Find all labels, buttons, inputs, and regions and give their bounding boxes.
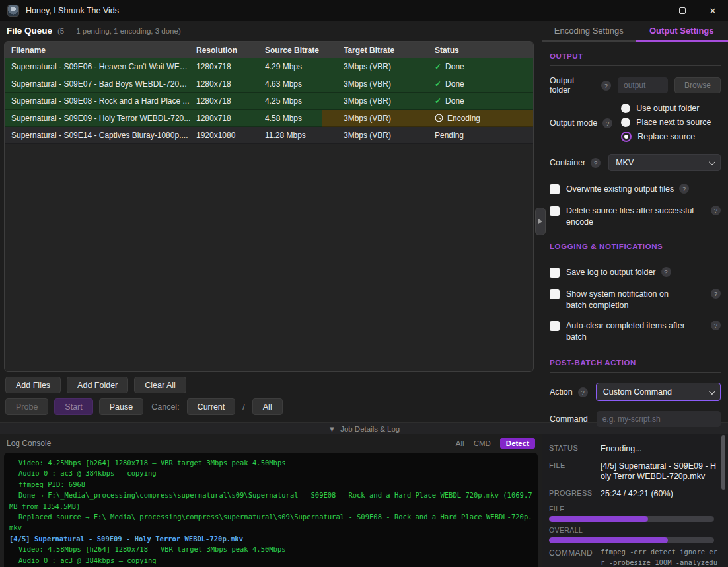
log-filter-cmd[interactable]: CMD bbox=[474, 439, 491, 447]
status-text: Pending bbox=[435, 131, 464, 140]
cell-filename: Supernatural - S09E09 - Holy Terror WEBD… bbox=[11, 114, 196, 123]
log-console: Log Console All CMD Detect Video: 4.25Mb… bbox=[0, 434, 542, 567]
checkbox-icon bbox=[550, 321, 560, 331]
save-log-label: Save log to output folder bbox=[566, 267, 656, 278]
radio-use-output-folder[interactable]: Use output folder bbox=[621, 104, 711, 113]
minimize-button[interactable] bbox=[637, 0, 667, 21]
cell-target-bitrate: 3Mbps (VBR) bbox=[344, 96, 435, 106]
cell-filename: Supernatural - S09E07 - Bad Boys WEBDL-7… bbox=[11, 79, 196, 89]
help-icon[interactable]: ? bbox=[601, 81, 611, 91]
table-row[interactable]: Supernatural - S09E08 - Rock and a Hard … bbox=[5, 93, 533, 110]
status-panel-scrollbar[interactable] bbox=[721, 435, 725, 490]
browse-button[interactable]: Browse bbox=[674, 77, 721, 93]
file-value: [4/5] Supernatural - S09E09 - Holy Terro… bbox=[601, 461, 721, 482]
log-line: Done → F:\_Media\_processing\compress\su… bbox=[9, 490, 532, 511]
log-output[interactable]: Video: 4.25Mbps [h264] 1280x718 — VBR ta… bbox=[4, 453, 538, 567]
job-details-label: Job Details & Log bbox=[340, 425, 400, 433]
help-icon[interactable]: ? bbox=[679, 184, 689, 194]
table-row[interactable]: Supernatural - S09E06 - Heaven Can't Wai… bbox=[5, 58, 533, 75]
help-icon[interactable]: ? bbox=[602, 118, 612, 128]
table-row[interactable]: Supernatural - S09E14 - Captives Bluray-… bbox=[5, 127, 533, 144]
radio-replace-source[interactable]: Replace source bbox=[621, 132, 711, 142]
output-settings-body: OUTPUT Output folder ? Browse Output mod… bbox=[542, 42, 728, 453]
pause-button[interactable]: Pause bbox=[99, 398, 143, 415]
cell-source-bitrate: 4.58 Mbps bbox=[265, 114, 344, 123]
delete-source-checkbox-row[interactable]: Delete source files after successful enc… bbox=[550, 206, 721, 228]
cell-status: ✓ Done bbox=[435, 79, 533, 89]
log-filter-detect[interactable]: Detect bbox=[500, 438, 535, 449]
maximize-icon bbox=[679, 7, 686, 14]
queue-summary: (5 — 1 pending, 1 encoding, 3 done) bbox=[57, 27, 181, 35]
clock-icon bbox=[435, 114, 443, 122]
table-row[interactable]: Supernatural - S09E07 - Bad Boys WEBDL-7… bbox=[5, 75, 533, 93]
start-button[interactable]: Start bbox=[54, 398, 92, 415]
section-header-output: OUTPUT bbox=[550, 52, 721, 66]
status-text: Done bbox=[445, 96, 464, 106]
chevron-right-icon bbox=[538, 219, 542, 224]
file-label: FILE bbox=[549, 461, 601, 482]
table-row-encoding[interactable]: Supernatural - S09E09 - Holy Terror WEBD… bbox=[5, 110, 533, 127]
log-console-header: Log Console All CMD Detect bbox=[0, 434, 542, 453]
encode-status-panel: STATUS Encoding... FILE [4/5] Supernatur… bbox=[542, 434, 728, 567]
cancel-current-button[interactable]: Current bbox=[187, 398, 236, 415]
help-icon[interactable]: ? bbox=[578, 387, 588, 397]
cell-target-bitrate: 3Mbps (VBR) bbox=[344, 114, 435, 123]
cell-resolution: 1280x718 bbox=[196, 62, 265, 71]
radio-label: Replace source bbox=[637, 132, 695, 141]
command-display-label: COMMAND bbox=[549, 547, 601, 567]
settings-tabs: Encoding Settings Output Settings bbox=[542, 21, 728, 42]
tab-encoding-settings[interactable]: Encoding Settings bbox=[542, 21, 636, 42]
log-filters: All CMD Detect bbox=[456, 438, 535, 449]
maximize-button[interactable] bbox=[667, 0, 698, 21]
add-folder-button[interactable]: Add Folder bbox=[67, 377, 128, 393]
command-input[interactable] bbox=[597, 411, 721, 427]
cell-resolution: 1280x718 bbox=[196, 96, 265, 106]
title-bar: Honey, I Shrunk The Vids ✕ bbox=[0, 0, 728, 21]
app-window: Honey, I Shrunk The Vids ✕ File Queue (5… bbox=[0, 0, 728, 567]
add-files-button[interactable]: Add Files bbox=[5, 377, 61, 393]
close-button[interactable]: ✕ bbox=[698, 0, 728, 21]
overwrite-label: Overwrite existing output files bbox=[566, 184, 674, 195]
clear-all-button[interactable]: Clear All bbox=[134, 377, 186, 393]
help-icon[interactable]: ? bbox=[711, 206, 721, 215]
notify-checkbox-row[interactable]: Show system notification on batch comple… bbox=[550, 289, 721, 311]
overwrite-checkbox-row[interactable]: Overwrite existing output files ? bbox=[550, 184, 721, 195]
save-log-checkbox-row[interactable]: Save log to output folder ? bbox=[550, 267, 721, 278]
output-folder-label: Output folder bbox=[550, 76, 596, 94]
cell-target-bitrate: 3Mbps (VBR) bbox=[344, 131, 435, 140]
log-filter-all[interactable]: All bbox=[456, 439, 464, 447]
cell-status: Encoding bbox=[435, 114, 533, 123]
help-icon[interactable]: ? bbox=[591, 158, 601, 168]
window-controls: ✕ bbox=[637, 0, 728, 21]
cell-target-bitrate: 3Mbps (VBR) bbox=[344, 79, 435, 89]
section-header-post-batch: POST-BATCH ACTION bbox=[550, 359, 721, 373]
cell-resolution: 1920x1080 bbox=[196, 131, 265, 140]
file-bar-label: FILE bbox=[549, 505, 721, 513]
output-folder-input[interactable] bbox=[618, 77, 668, 93]
status-text: Done bbox=[445, 79, 464, 89]
log-line: Video: 4.58Mbps [h264] 1280x718 — VBR ta… bbox=[9, 544, 532, 554]
chevron-down-icon: ▼ bbox=[328, 425, 336, 433]
log-line: Video: 4.25Mbps [h264] 1280x718 — VBR ta… bbox=[9, 457, 532, 468]
cell-source-bitrate: 4.29 Mbps bbox=[265, 62, 344, 71]
cancel-label: Cancel: bbox=[151, 402, 179, 412]
tab-output-settings[interactable]: Output Settings bbox=[636, 21, 728, 42]
app-icon bbox=[7, 5, 19, 17]
table-header-row: Filename Resolution Source Bitrate Targe… bbox=[5, 42, 533, 58]
help-icon[interactable]: ? bbox=[661, 267, 671, 277]
panel-collapse-handle[interactable] bbox=[535, 208, 546, 235]
probe-button[interactable]: Probe bbox=[5, 398, 48, 415]
close-icon: ✕ bbox=[710, 7, 717, 15]
help-icon[interactable]: ? bbox=[711, 289, 721, 299]
action-select[interactable]: Custom Command bbox=[596, 383, 721, 401]
check-icon: ✓ bbox=[435, 79, 441, 89]
container-value: MKV bbox=[616, 158, 634, 167]
autoclear-checkbox-row[interactable]: Auto-clear completed items after batch ? bbox=[550, 321, 721, 343]
radio-place-next-to-source[interactable]: Place next to source bbox=[621, 118, 711, 127]
help-icon[interactable]: ? bbox=[711, 321, 721, 330]
container-select[interactable]: MKV bbox=[608, 154, 721, 171]
cancel-all-button[interactable]: All bbox=[252, 398, 283, 415]
cell-filename: Supernatural - S09E06 - Heaven Can't Wai… bbox=[11, 62, 196, 71]
check-icon: ✓ bbox=[435, 62, 441, 71]
radio-label: Place next to source bbox=[636, 118, 711, 127]
